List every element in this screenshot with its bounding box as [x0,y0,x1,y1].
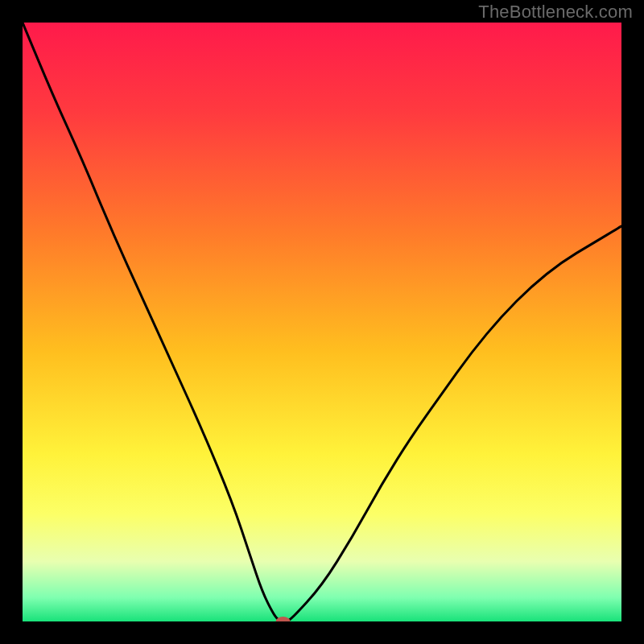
plot-area [23,23,621,621]
bottleneck-chart-svg [23,23,621,621]
gradient-background [23,23,621,621]
chart-frame: TheBottleneck.com [0,0,644,644]
watermark-text: TheBottleneck.com [478,2,633,23]
